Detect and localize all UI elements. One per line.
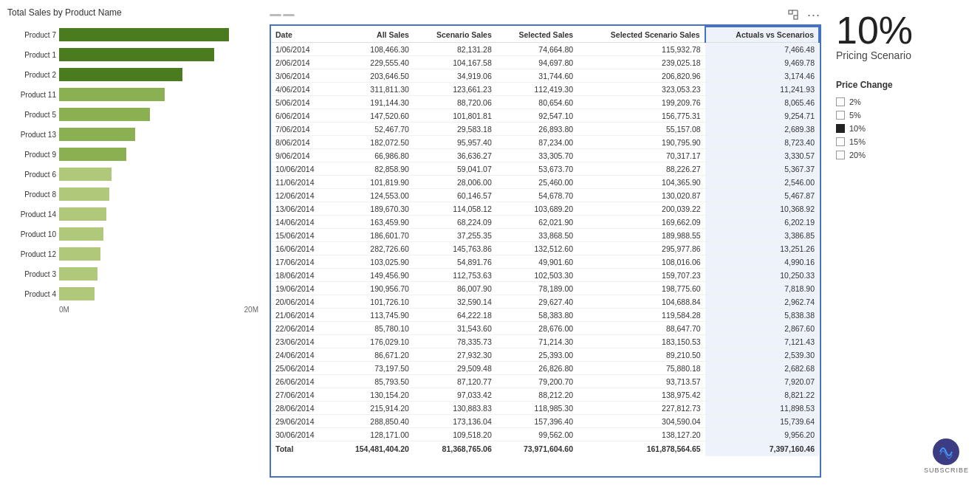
bar-fill [59,168,112,181]
cell-9-2: 59,041.07 [414,162,496,176]
bar-label: Product 8 [8,190,56,199]
checkbox-box[interactable] [836,97,845,106]
cell-4-3: 80,654.60 [496,96,578,109]
bar-row: Product 11 [59,86,258,103]
bar-label: Product 7 [8,31,56,39]
cell-7-1: 182,072.50 [332,136,414,149]
cell-25-5: 7,920.07 [705,375,819,388]
bar-row: Product 13 [59,126,258,142]
price-option-10%[interactable]: 10% [836,124,866,133]
cell-18-4: 198,775.60 [578,282,705,295]
checkbox-box[interactable] [836,137,845,146]
cell-24-3: 26,826.80 [496,362,578,375]
expand-icon[interactable] [786,7,801,22]
cell-16-4: 108,016.06 [578,255,705,269]
cell-19-5: 2,962.74 [705,295,819,309]
more-options-icon[interactable]: ··· [806,7,821,22]
cell-29-4: 138,127.20 [578,428,705,441]
table-scroll[interactable]: DateAll SalesScenario SalesSelected Sale… [271,26,820,476]
bar-fill [59,267,97,281]
bar-fill [59,287,95,300]
cell-2-5: 3,174.46 [705,69,819,83]
cell-5-4: 156,775.31 [578,109,705,123]
cell-26-2: 97,033.42 [414,388,496,402]
cell-0-1: 108,466.30 [332,43,414,56]
bar-label: Product 5 [8,111,56,119]
cell-27-2: 130,883.83 [414,402,496,415]
price-option-2%[interactable]: 2% [836,97,866,106]
price-option-20%[interactable]: 20% [836,151,866,159]
cell-3-2: 123,661.23 [414,83,496,96]
cell-10-1: 101,819.90 [332,176,414,189]
cell-23-3: 25,393.00 [496,348,578,362]
price-option-5%[interactable]: 5% [836,111,866,120]
cell-5-2: 101,801.81 [414,109,496,123]
cell-25-0: 26/06/2014 [271,375,332,388]
cell-0-2: 82,131.28 [414,43,496,56]
cell-12-1: 189,670.30 [332,202,414,216]
cell-10-0: 11/06/2014 [271,176,332,189]
cell-17-1: 149,456.90 [332,269,414,282]
cell-7-3: 87,234.00 [496,136,578,149]
cell-1-0: 2/06/2014 [271,56,332,69]
price-change-title: Price Change [836,80,893,90]
drag-handle[interactable] [270,14,295,16]
price-option-15%[interactable]: 15% [836,137,866,146]
cell-29-0: 30/06/2014 [271,428,332,441]
col-header-5: Actuals vs Scenarios [705,27,819,43]
cell-20-2: 64,222.18 [414,309,496,322]
cell-8-0: 9/06/2014 [271,149,332,162]
scenario-panel: 10% Pricing Scenario Price Change 2%5%10… [825,0,980,485]
cell-17-3: 102,503.30 [496,269,578,282]
bar-fill [59,227,103,241]
cell-10-3: 25,460.00 [496,176,578,189]
total-cell-4: 161,878,564.65 [578,441,705,457]
total-cell-2: 81,368,765.06 [414,441,496,457]
table-row: 29/06/2014288,850.40173,136.04157,396.40… [271,415,819,428]
bar-row: Product 12 [59,246,258,262]
cell-24-0: 25/06/2014 [271,362,332,375]
cell-29-1: 128,171.00 [332,428,414,441]
price-option-label: 5% [849,111,861,120]
table-row: 20/06/2014101,726.1032,590.1429,627.4010… [271,295,819,309]
price-option-label: 15% [849,137,866,146]
cell-15-1: 282,726.60 [332,242,414,255]
checkbox-box[interactable] [836,111,845,120]
total-cell-5: 7,397,160.46 [705,441,819,457]
cell-22-2: 78,335.73 [414,335,496,348]
cell-22-4: 183,150.53 [578,335,705,348]
table-row: 14/06/2014163,459.9068,224.0962,021.9016… [271,216,819,229]
cell-1-1: 229,555.40 [332,56,414,69]
cell-23-1: 86,671.20 [332,348,414,362]
table-row: 5/06/2014191,144.3088,720.0680,654.60199… [271,96,819,109]
table-row: 8/06/2014182,072.5095,957.4087,234.00190… [271,136,819,149]
cell-14-0: 15/06/2014 [271,229,332,242]
bar-row: Product 2 [59,66,258,83]
checkbox-box[interactable] [836,151,845,159]
cell-22-1: 176,029.10 [332,335,414,348]
cell-20-5: 5,838.38 [705,309,819,322]
cell-11-3: 54,678.70 [496,189,578,202]
cell-11-0: 12/06/2014 [271,189,332,202]
table-row: 3/06/2014203,646.5034,919.0631,744.60206… [271,69,819,83]
bar-row: Product 4 [59,286,258,302]
cell-23-0: 24/06/2014 [271,348,332,362]
cell-23-2: 27,932.30 [414,348,496,362]
cell-18-5: 7,818.90 [705,282,819,295]
cell-21-0: 22/06/2014 [271,322,332,335]
bar-label: Product 6 [8,171,56,179]
cell-28-2: 173,136.04 [414,415,496,428]
subscribe-text[interactable]: SUBSCRIBE [924,467,969,474]
chart-title: Total Sales by Product Name [7,7,258,18]
checkbox-box[interactable] [836,124,845,133]
cell-19-3: 29,627.40 [496,295,578,309]
cell-6-3: 26,893.80 [496,123,578,136]
cell-21-1: 85,780.10 [332,322,414,335]
cell-5-5: 9,254.71 [705,109,819,123]
cell-21-5: 2,867.60 [705,322,819,335]
cell-6-1: 52,467.70 [332,123,414,136]
col-header-3: Selected Sales [496,27,578,43]
bar-fill [59,48,214,61]
bar-label: Product 1 [8,51,56,59]
cell-11-1: 124,553.00 [332,189,414,202]
